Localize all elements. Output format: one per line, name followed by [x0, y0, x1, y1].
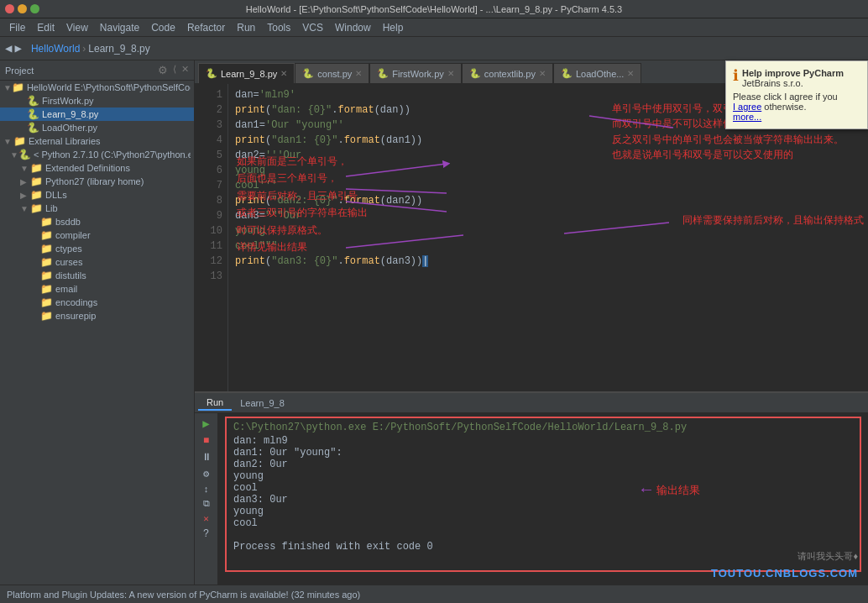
- output-path-line: C:\Python27\python.exe E:/PythonSoft/Pyt…: [233, 422, 853, 433]
- tab-close-firstwork[interactable]: ✕: [447, 69, 454, 78]
- menu-file[interactable]: File: [3, 22, 31, 34]
- tree-item-encodings[interactable]: 📁 encodings: [0, 296, 194, 309]
- output-line-8: cool: [233, 517, 853, 529]
- tree-item-bsddb[interactable]: 📁 bsddb: [0, 215, 194, 228]
- output-line-1: dan: mln9: [233, 435, 853, 447]
- tab-contextlib[interactable]: 🐍 contextlib.py ✕: [462, 63, 553, 83]
- help-title: Help improve PyCharm: [742, 68, 844, 78]
- run-pause-btn[interactable]: ⏸: [201, 451, 212, 464]
- watermark-2: TOUTOU.CNBLOGS.COM: [711, 567, 858, 579]
- bottom-tabs-bar: Run Learn_9_8: [195, 393, 868, 413]
- menu-bar: File Edit View Navigate Code Refactor Ru…: [0, 18, 868, 37]
- tree-item-firstwork[interactable]: 🐍 FirstWork.py: [0, 94, 194, 107]
- bottom-tab-run[interactable]: Run: [198, 396, 232, 411]
- bottom-tab-learn[interactable]: Learn_9_8: [232, 396, 293, 410]
- run-play-btn[interactable]: ▶: [202, 417, 209, 431]
- toolbar-forward-icon[interactable]: ▶: [14, 41, 21, 55]
- tree-item-helloworld[interactable]: ▼ 📁 HelloWorld E:\PythonSoft\PythonSelfC…: [0, 81, 194, 94]
- help-line1: Please click I agree if you: [733, 92, 860, 102]
- breadcrumb-toolbar: HelloWorld › Learn_9_8.py: [31, 43, 150, 55]
- help-icon: ℹ: [733, 68, 739, 83]
- tree-item-dlls[interactable]: ▶ 📁 DLLs: [0, 188, 194, 202]
- code-line-11: cool""": [235, 239, 861, 254]
- toolbar-back-icon[interactable]: ◀: [5, 41, 12, 55]
- maximize-btn[interactable]: [30, 4, 39, 13]
- menu-navigate[interactable]: Navigate: [94, 22, 145, 34]
- code-line-6: young: [235, 163, 861, 178]
- sidebar-btn-2[interactable]: ⟨: [173, 64, 176, 76]
- output-line-5: cool: [233, 482, 853, 494]
- minimize-btn[interactable]: [18, 4, 27, 13]
- run-output-box: C:\Python27\python.exe E:/PythonSoft/Pyt…: [225, 417, 861, 572]
- help-popup: ℹ Help improve PyCharm JetBrains s.r.o. …: [725, 60, 868, 129]
- title-bar: HelloWorld - [E:\PythonSoft\PythonSelfCo…: [0, 0, 868, 18]
- tab-close-const[interactable]: ✕: [355, 69, 362, 78]
- toolbar: ◀ ▶ HelloWorld › Learn_9_8.py: [0, 37, 868, 60]
- tree-item-email[interactable]: 📁 email: [0, 282, 194, 296]
- menu-refactor[interactable]: Refactor: [181, 22, 231, 34]
- tree-item-ensurepip[interactable]: 📁 ensurepip: [0, 309, 194, 322]
- tab-firstwork[interactable]: 🐍 FirstWork.py ✕: [369, 63, 462, 83]
- tab-close-learn[interactable]: ✕: [280, 69, 287, 78]
- run-gear-btn[interactable]: ⚙: [203, 468, 209, 480]
- tree-item-distutils[interactable]: 📁 distutils: [0, 269, 194, 282]
- code-editor[interactable]: 12345 678910 111213 dan='mln9' print("da…: [195, 84, 868, 391]
- tree-item-extended[interactable]: ▼ 📁 Extended Definitions: [0, 161, 194, 175]
- code-line-7: cool''': [235, 178, 861, 193]
- help-more-link[interactable]: more...: [733, 112, 761, 122]
- tree-item-lib[interactable]: ▼ 📁 Lib: [0, 202, 194, 215]
- breadcrumb-file[interactable]: Learn_9_8.py: [88, 43, 149, 55]
- menu-run[interactable]: Run: [231, 22, 261, 34]
- menu-window[interactable]: Window: [329, 22, 377, 34]
- tree-item-ctypes[interactable]: 📁 ctypes: [0, 242, 194, 255]
- sidebar-btn-1[interactable]: ⚙: [158, 64, 168, 76]
- code-line-4: print("dan1: {0}".format(dan1)): [235, 133, 861, 148]
- tree-item-python27-home[interactable]: ▶ 📁 Python27 (library home): [0, 175, 194, 188]
- tree-item-learn[interactable]: 🐍 Learn_9_8.py: [0, 107, 194, 121]
- tab-close-loadother[interactable]: ✕: [627, 69, 634, 78]
- menu-vcs[interactable]: VCS: [296, 22, 329, 34]
- breadcrumb-project[interactable]: HelloWorld: [31, 43, 80, 55]
- output-line-3: dan2: 0ur: [233, 459, 853, 470]
- menu-view[interactable]: View: [60, 22, 94, 34]
- close-btn[interactable]: [5, 4, 14, 13]
- tab-learn[interactable]: 🐍 Learn_9_8.py ✕: [198, 63, 295, 83]
- output-line-2: dan1: 0ur "young":: [233, 447, 853, 459]
- menu-code[interactable]: Code: [145, 22, 181, 34]
- tab-close-contextlib[interactable]: ✕: [539, 69, 546, 78]
- tree-item-loadother[interactable]: 🐍 LoadOther.py: [0, 121, 194, 134]
- tab-const[interactable]: 🐍 const.py ✕: [295, 63, 369, 83]
- help-subtitle: JetBrains s.r.o.: [742, 78, 844, 88]
- code-content[interactable]: dan='mln9' print("dan: {0}".format(dan))…: [228, 84, 868, 391]
- tree-item-curses[interactable]: 📁 curses: [0, 255, 194, 269]
- menu-edit[interactable]: Edit: [31, 22, 60, 34]
- code-line-5: dan2='''Our: [235, 148, 861, 163]
- menu-tools[interactable]: Tools: [261, 22, 296, 34]
- run-stop-btn[interactable]: ■: [203, 435, 209, 447]
- sidebar-header: Project ⚙ ⟨ ✕: [0, 60, 194, 81]
- code-line-12: print("dan3: {0}".format(dan3))|: [235, 254, 861, 269]
- window-title: HelloWorld - [E:\PythonSoft\PythonSelfCo…: [246, 4, 622, 14]
- tree-item-compiler[interactable]: 📁 compiler: [0, 228, 194, 242]
- run-clear-btn[interactable]: ✕: [203, 513, 209, 524]
- status-bar: Platform and Plugin Updates: A new versi…: [0, 585, 868, 603]
- run-copy-btn[interactable]: ⧉: [203, 499, 210, 509]
- run-scroll-btn[interactable]: ↕: [203, 485, 209, 495]
- tree-item-python27[interactable]: ▼ 🐍 < Python 2.7.10 (C:\Python27\python.…: [0, 148, 194, 161]
- sidebar-title: Project: [5, 66, 34, 76]
- run-output-area: C:\Python27\python.exe E:/PythonSoft/Pyt…: [218, 413, 868, 585]
- sidebar-btn-3[interactable]: ✕: [181, 64, 189, 76]
- sidebar: Project ⚙ ⟨ ✕ ▼ 📁 HelloWorld E:\PythonSo…: [0, 60, 195, 585]
- breadcrumb-sep: ›: [82, 43, 86, 55]
- tab-loadother[interactable]: 🐍 LoadOthe... ✕: [553, 63, 642, 83]
- tree-item-extlibs[interactable]: ▼ 📁 External Libraries: [0, 134, 194, 148]
- code-line-10: young: [235, 223, 861, 239]
- output-line-7: young: [233, 506, 853, 517]
- run-help-btn[interactable]: ?: [203, 528, 209, 540]
- menu-help[interactable]: Help: [377, 22, 410, 34]
- code-line-8: print("dan2: {0}".format(dan2)): [235, 193, 861, 208]
- bottom-panel: Run Learn_9_8 ▶ ■ ⏸ ⚙ ↕ ⧉ ✕: [195, 391, 868, 585]
- help-agree-link[interactable]: I agree: [733, 102, 761, 112]
- sidebar-item-extended-definitions: Extended Definitions: [45, 163, 130, 173]
- help-line3: otherwise.: [764, 102, 806, 112]
